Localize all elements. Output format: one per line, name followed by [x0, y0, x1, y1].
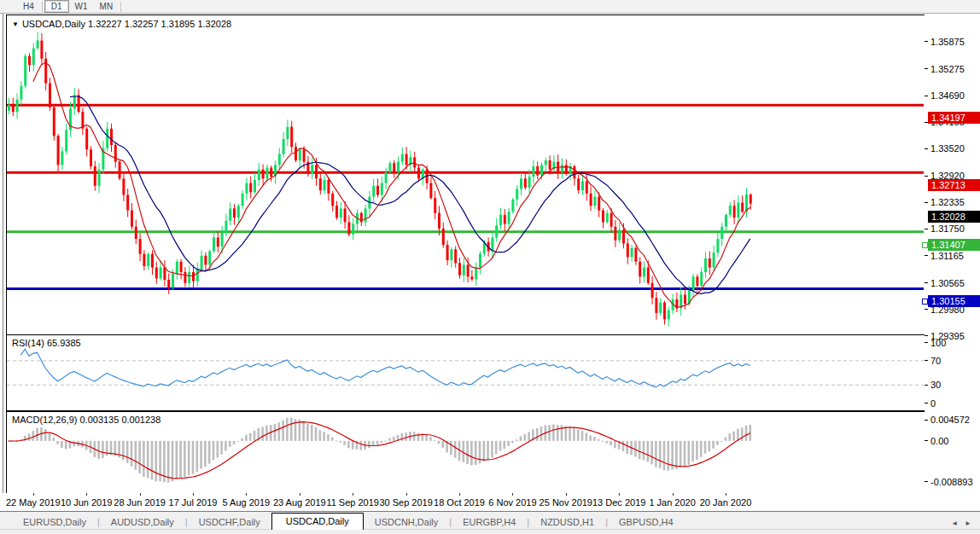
tab-eurusd[interactable]: EURUSD,Daily — [12, 514, 97, 530]
current-price-chip: 1.32028 — [928, 211, 980, 223]
date-axis-label: 6 Nov 2019 — [488, 497, 536, 508]
date-axis-label: 28 Jun 2019 — [114, 497, 166, 508]
date-tick-mark — [86, 493, 87, 496]
price-tick-label: 1.35875 — [930, 37, 965, 47]
price-tick-mark — [925, 309, 928, 310]
timeframe-toolbar: H4D1W1MN — [0, 0, 980, 14]
date-axis-label: 17 Jul 2019 — [169, 497, 218, 508]
rsi-canvas[interactable] — [7, 335, 924, 409]
macd-tick-label: -0.008893 — [930, 477, 973, 487]
hline-price-chip: 1.34197 — [928, 112, 980, 124]
price-tick-mark — [925, 282, 928, 283]
price-tick-mark — [925, 202, 928, 203]
date-axis-label: 20 Jan 2020 — [700, 497, 752, 508]
window-left-border — [3, 14, 3, 511]
date-tick-mark — [406, 493, 407, 496]
macd-tick-mark — [925, 481, 928, 482]
price-tick-label: 1.34690 — [930, 90, 965, 101]
rsi-tick-mark — [925, 360, 928, 361]
price-tick-label: 1.35275 — [930, 64, 965, 74]
chart-title: ▼USDCAD,Daily 1.32227 1.32257 1.31895 1.… — [12, 19, 231, 29]
tab-scroll-left-icon[interactable]: ◄ — [951, 519, 958, 527]
symbol-period-label: USDCAD,Daily — [22, 19, 85, 29]
date-axis-label: 22 May 2019 — [6, 497, 61, 508]
rsi-tick-mark — [925, 385, 928, 386]
date-tick-mark — [140, 493, 141, 496]
toolbar-separator — [42, 2, 43, 12]
tab-audusd[interactable]: AUDUSD,Daily — [100, 514, 185, 530]
price-tick-label: 1.30565 — [930, 278, 965, 288]
price-tick-label: 1.31750 — [930, 223, 965, 234]
rsi-pane[interactable]: RSI(14) 65.9385 — [6, 334, 926, 411]
rsi-label: RSI(14) 65.9385 — [12, 338, 81, 348]
date-tick-mark — [246, 493, 247, 496]
tab-usdcad[interactable]: USDCAD,Daily — [271, 513, 364, 530]
date-tick-mark — [619, 493, 620, 496]
date-axis-label: 13 Dec 2019 — [592, 497, 645, 508]
rsi-tick-label: 30 — [930, 380, 941, 390]
macd-label: MACD(12,26,9) 0.003135 0.001238 — [12, 415, 160, 425]
chart-window: ▼USDCAD,Daily 1.32227 1.32257 1.31895 1.… — [0, 14, 980, 511]
macd-pane[interactable]: MACD(12,26,9) 0.003135 0.001238 — [6, 411, 926, 495]
line-handle[interactable] — [922, 242, 928, 248]
rsi-tick-mark — [925, 342, 928, 343]
ohlc-readout: 1.32227 1.32257 1.31895 1.32028 — [88, 19, 231, 29]
macd-tick-mark — [925, 420, 928, 421]
price-tick-mark — [925, 335, 928, 336]
mt4-terminal-window: H4D1W1MN ▼USDCAD,Daily 1.32227 1.32257 1… — [0, 0, 980, 534]
price-pane[interactable]: ▼USDCAD,Daily 1.32227 1.32257 1.31895 1.… — [6, 15, 926, 335]
date-axis-label: 5 Aug 2019 — [223, 497, 271, 508]
date-axis-label: 30 Sep 2019 — [379, 497, 432, 508]
hline-price-chip: 1.31407 — [928, 239, 980, 251]
macd-tick-label: 0.004572 — [930, 415, 970, 425]
timeframe-button-d1[interactable]: D1 — [44, 0, 69, 13]
tab-usdchf[interactable]: USDCHF,Daily — [188, 514, 271, 530]
toolbar-separator — [120, 2, 121, 12]
date-axis-label: 1 Jan 2020 — [649, 497, 695, 508]
date-tick-mark — [566, 493, 567, 496]
chart-tabbar: EURUSD,Daily|AUDUSD,Daily|USDCHF,DailyUS… — [0, 511, 980, 530]
timeframe-button-h4[interactable]: H4 — [17, 1, 40, 12]
date-tick-mark — [353, 493, 353, 496]
timeframe-button-mn[interactable]: MN — [94, 1, 120, 12]
date-tick-mark — [726, 493, 726, 496]
date-axis-label: 25 Nov 2019 — [540, 497, 592, 508]
price-tick-mark — [925, 176, 928, 177]
rsi-tick-mark — [925, 403, 928, 403]
tab-nzdusd[interactable]: NZDUSD,H1 — [529, 514, 605, 530]
rsi-tick-label: 100 — [930, 338, 946, 348]
price-tick-label: 1.33520 — [930, 143, 965, 154]
tab-usdcnh[interactable]: USDCNH,Daily — [364, 514, 450, 530]
date-tick-mark — [33, 493, 34, 496]
macd-tick-mark — [925, 440, 928, 441]
price-tick-mark — [925, 41, 928, 42]
timeframe-button-w1[interactable]: W1 — [69, 1, 94, 12]
price-tick-label: 1.31165 — [930, 251, 964, 261]
date-tick-mark — [193, 493, 194, 496]
tab-scroll-right-icon[interactable]: ► — [965, 519, 971, 527]
price-tick-label: 1.32335 — [930, 197, 965, 207]
date-tick-mark — [300, 493, 300, 496]
price-chart-canvas[interactable] — [7, 15, 924, 333]
price-tick-mark — [925, 68, 928, 69]
date-tick-mark — [459, 493, 460, 496]
date-tick-mark — [673, 493, 674, 496]
tab-eurgbp[interactable]: EURGBP,H4 — [452, 514, 527, 530]
macd-tick-label: 0.00 — [930, 436, 948, 446]
line-handle[interactable] — [922, 299, 928, 305]
rsi-tick-label: 70 — [930, 356, 941, 366]
date-axis-label: 10 Jun 2019 — [61, 497, 113, 508]
rsi-tick-label: 0 — [930, 398, 936, 409]
date-tick-mark — [512, 493, 513, 496]
price-tick-mark — [925, 148, 928, 149]
date-axis: 22 May 201910 Jun 201928 Jun 201917 Jul … — [0, 493, 925, 511]
date-axis-label: 18 Oct 2019 — [434, 497, 485, 508]
date-axis-label: 23 Aug 2019 — [273, 497, 326, 508]
price-tick-mark — [925, 96, 928, 96]
symbol-dropdown-icon[interactable]: ▼ — [12, 20, 19, 28]
price-tick-mark — [925, 229, 928, 229]
hline-price-chip: 1.30155 — [928, 295, 980, 307]
status-bar — [0, 529, 980, 534]
tab-gbpusd[interactable]: GBPUSD,H4 — [608, 514, 685, 530]
price-axis: 1.358751.352751.346901.341051.335201.329… — [925, 14, 980, 511]
